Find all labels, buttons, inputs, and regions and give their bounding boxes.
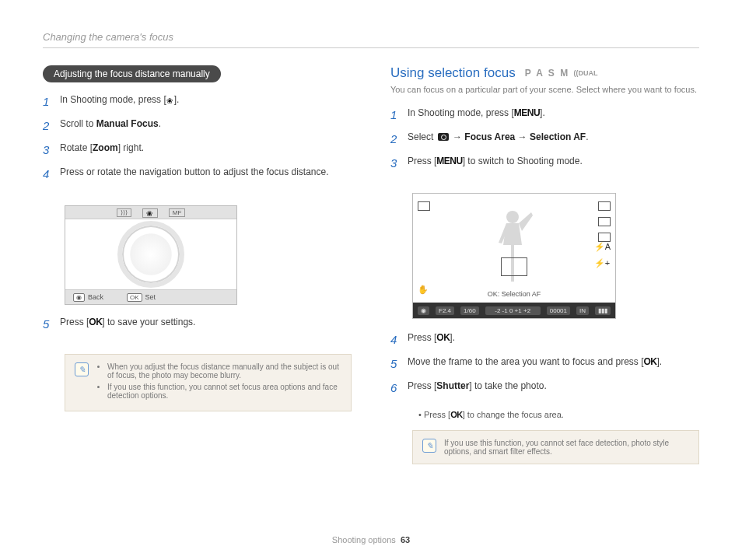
- note-icon: ✎: [75, 362, 89, 376]
- scene-illustration: ⚡A⚡+ ✋ OK: Selection AF ◉ F2.4 1/60 -2 -…: [412, 193, 616, 319]
- r-step-1: 1 In Shooting mode, press [MENU].: [390, 107, 699, 123]
- stabilizer-icon: ✋: [418, 285, 429, 295]
- breadcrumb: Changing the camera's focus: [43, 31, 699, 48]
- lcd-top-bar: ⟩⟩⟩MF: [65, 206, 236, 219]
- macro-icon: [142, 208, 158, 218]
- r-step-2: 2 Select → Focus Area → Selection AF.: [390, 131, 699, 147]
- step-3: 3 Rotate [Zoom] right.: [43, 142, 352, 158]
- ok-selection-label: OK: Selection AF: [488, 290, 541, 298]
- r-step-5: 5 Move the frame to the area you want to…: [390, 355, 699, 372]
- note-icon: ✎: [422, 439, 436, 453]
- sub-bullet: • Press [OK] to change the focus area.: [418, 410, 699, 419]
- macro-icon: [166, 94, 174, 102]
- lcd-bottom-bar: ◉Back OKSet: [65, 289, 236, 304]
- r-step-4: 4 Press [OK].: [390, 331, 699, 348]
- r-step-3: 3 Press [MENU] to switch to Shooting mod…: [390, 155, 699, 171]
- step-5: 5 Press [OK] to save your settings.: [43, 316, 352, 332]
- lcd-illustration: ⟩⟩⟩MF ◉Back OKSet: [65, 205, 237, 305]
- step-1: 1 In Shooting mode, press [].: [43, 93, 352, 110]
- left-column: Adjusting the focus distance manually 1 …: [43, 65, 352, 527]
- flash-icons: ⚡A⚡+: [594, 242, 611, 268]
- r-step-6: 6 Press [Shutter] to take the photo.: [390, 380, 699, 396]
- note-left: ✎ When you adjust the focus distance man…: [65, 354, 352, 411]
- step-4: 4 Press or rotate the navigation button …: [43, 166, 352, 182]
- status-bar: ◉ F2.4 1/60 -2 -1 0 +1 +2 00001 IN ▮▮▮: [413, 303, 615, 318]
- top-left-indicator-icon: [418, 201, 430, 211]
- note-right: ✎ If you use this function, you cannot s…: [412, 430, 699, 464]
- focus-rect: [501, 257, 527, 276]
- step-2: 2 Scroll to Manual Focus.: [43, 117, 352, 134]
- svg-point-0: [506, 211, 519, 223]
- camera-icon: [438, 133, 449, 141]
- section-title: Using selection focus P A S M ((DUAL: [390, 65, 699, 81]
- page-footer: Shooting options 63: [43, 535, 699, 544]
- section-subtext: You can focus on a particular part of yo…: [390, 84, 699, 96]
- section-pill: Adjusting the focus distance manually: [43, 65, 221, 82]
- right-column: Using selection focus P A S M ((DUAL You…: [390, 65, 699, 527]
- dial-icon: [117, 221, 184, 288]
- right-indicators: [598, 201, 611, 242]
